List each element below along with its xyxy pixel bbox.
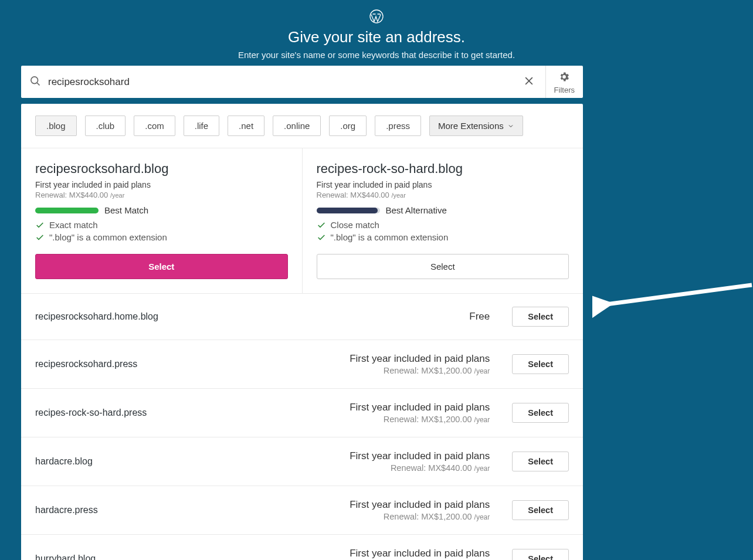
domain-row: hardacre.blog First year included in pai… bbox=[21, 437, 583, 486]
extension-pill[interactable]: .online bbox=[273, 116, 321, 136]
clear-search-icon[interactable] bbox=[521, 73, 537, 91]
check-icon bbox=[317, 220, 326, 230]
select-button[interactable]: Select bbox=[512, 452, 569, 471]
check-item: Exact match bbox=[35, 220, 288, 230]
domain-row: recipes-rock-so-hard.press First year in… bbox=[21, 389, 583, 437]
domain-price: First year included in paid plans Renewa… bbox=[350, 450, 490, 473]
price-free: Free bbox=[469, 311, 490, 323]
annotation-arrow-icon bbox=[592, 276, 753, 328]
page-subtitle: Enter your site's name or some keywords … bbox=[0, 50, 753, 60]
select-button[interactable]: Select bbox=[35, 254, 288, 279]
domain-name: recipes-rock-so-hard.press bbox=[35, 408, 350, 418]
more-extensions-button[interactable]: More Extensions bbox=[429, 116, 523, 136]
domain-name: hardacre.blog bbox=[35, 456, 350, 467]
domain-price: First year included in paid plans Renewa… bbox=[350, 402, 490, 424]
select-button[interactable]: Select bbox=[512, 354, 569, 374]
featured-domain-card: recipesrocksohard.blog First year includ… bbox=[21, 148, 303, 293]
page-title: Give your site an address. bbox=[0, 28, 753, 46]
domain-row: hardacre.press First year included in pa… bbox=[21, 486, 583, 535]
plan-note: First year included in paid plans bbox=[35, 180, 288, 189]
match-badge: Best Match bbox=[104, 205, 148, 215]
gear-icon bbox=[558, 71, 570, 84]
featured-domain-name: recipes-rock-so-hard.blog bbox=[317, 161, 569, 177]
wordpress-logo-icon bbox=[369, 9, 384, 23]
select-button[interactable]: Select bbox=[512, 500, 569, 520]
extension-pill[interactable]: .life bbox=[184, 116, 219, 136]
domain-row: recipesrocksohard.home.blog Free Select bbox=[21, 294, 583, 340]
domain-row: recipesrocksohard.press First year inclu… bbox=[21, 340, 583, 389]
check-item: ".blog" is a common extension bbox=[317, 232, 569, 242]
featured-domain-name: recipesrocksohard.blog bbox=[35, 161, 288, 177]
domain-name: recipesrocksohard.press bbox=[35, 359, 350, 369]
chevron-down-icon bbox=[507, 123, 514, 130]
renewal-text: Renewal: MX$440.00 /year bbox=[317, 191, 569, 199]
extension-pill[interactable]: .press bbox=[375, 116, 421, 136]
filters-button[interactable]: Filters bbox=[545, 66, 583, 98]
extension-pill[interactable]: .blog bbox=[35, 116, 77, 136]
domain-price: First year included in paid plans Renewa… bbox=[350, 499, 490, 521]
search-icon bbox=[29, 75, 41, 89]
match-badge: Best Alternative bbox=[386, 205, 447, 215]
extension-pill[interactable]: .com bbox=[134, 116, 175, 136]
select-button[interactable]: Select bbox=[512, 307, 569, 327]
check-icon bbox=[35, 233, 45, 242]
filters-label: Filters bbox=[554, 86, 575, 94]
check-item: ".blog" is a common extension bbox=[35, 232, 288, 242]
plan-note: First year included in paid plans bbox=[317, 180, 569, 189]
extension-pill[interactable]: .org bbox=[329, 116, 367, 136]
domain-price: First year included in paid plans Renewa… bbox=[350, 548, 490, 560]
extension-pill[interactable]: .club bbox=[85, 116, 126, 136]
search-bar: Filters bbox=[21, 66, 583, 98]
select-button[interactable]: Select bbox=[512, 549, 569, 560]
domain-row: hurryhard.blog First year included in pa… bbox=[21, 535, 583, 560]
domain-name: hurryhard.blog bbox=[35, 554, 350, 560]
match-strength-bar bbox=[317, 208, 380, 213]
domain-search-input[interactable] bbox=[48, 76, 514, 88]
results-panel: .blog .club .com .life .net .online .org… bbox=[21, 104, 583, 560]
svg-line-2 bbox=[37, 83, 39, 85]
check-icon bbox=[35, 220, 45, 230]
more-extensions-label: More Extensions bbox=[438, 121, 504, 131]
select-button[interactable]: Select bbox=[317, 254, 569, 279]
match-strength-bar bbox=[35, 208, 99, 213]
domain-name: hardacre.press bbox=[35, 505, 350, 515]
featured-domain-card: recipes-rock-so-hard.blog First year inc… bbox=[303, 148, 584, 293]
domain-price: First year included in paid plans Renewa… bbox=[350, 353, 490, 375]
check-item: Close match bbox=[317, 220, 569, 230]
extension-filter-row: .blog .club .com .life .net .online .org… bbox=[21, 104, 583, 148]
domain-name: recipesrocksohard.home.blog bbox=[35, 311, 469, 322]
check-icon bbox=[317, 233, 326, 242]
renewal-text: Renewal: MX$440.00 /year bbox=[35, 191, 288, 199]
select-button[interactable]: Select bbox=[512, 403, 569, 423]
extension-pill[interactable]: .net bbox=[228, 116, 264, 136]
svg-point-1 bbox=[31, 76, 38, 83]
svg-line-5 bbox=[602, 285, 752, 305]
